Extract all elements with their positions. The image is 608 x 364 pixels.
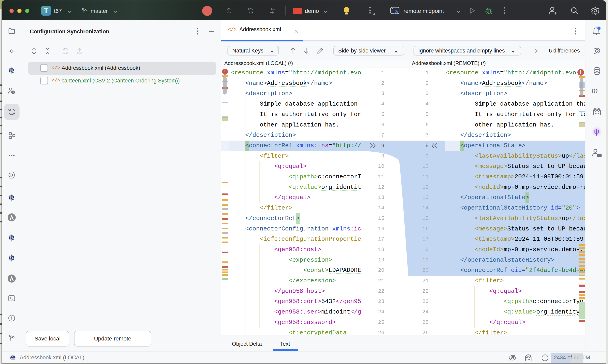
svg-text:?: ? bbox=[12, 91, 14, 94]
